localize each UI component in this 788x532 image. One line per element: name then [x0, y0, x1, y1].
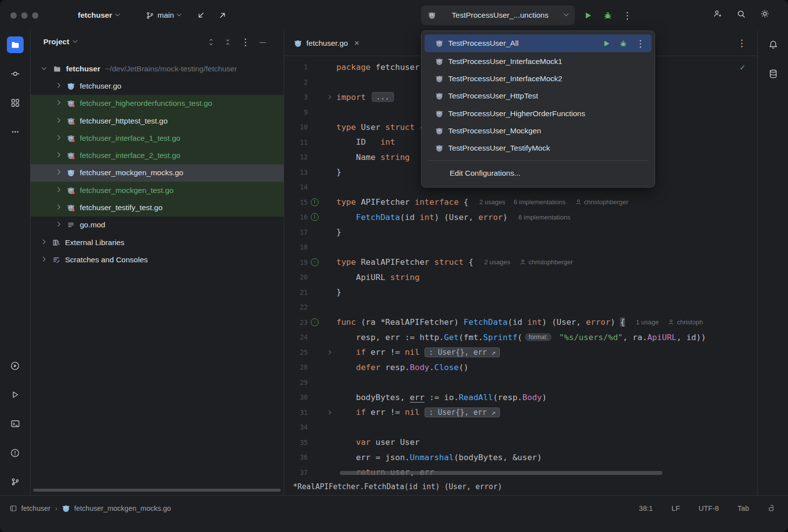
code-line[interactable]: 24 resp, err := http.Get(fmt.Sprintf(for… [284, 330, 757, 345]
tree-item-file[interactable]: fetchuser_higherorderfunctions_test.go [31, 95, 284, 112]
code-vision-hint[interactable]: 1 usage [636, 318, 658, 326]
collapse-all-button[interactable] [224, 38, 231, 46]
run-config-selector[interactable]: TestProcessUser_...unctions [421, 5, 575, 25]
debug-button[interactable] [599, 7, 616, 24]
run-config-item[interactable]: TestProcessUser_HttpTest [422, 88, 655, 105]
code-line[interactable]: 29 [284, 375, 757, 390]
close-window-button[interactable] [10, 12, 17, 19]
code-line[interactable]: 28 defer resp.Body.Close() [284, 360, 757, 375]
chevron-right-icon[interactable] [55, 170, 60, 175]
minimize-window-button[interactable] [21, 12, 28, 19]
code-vision-hint[interactable]: 6 implementations [514, 198, 566, 206]
vcs-branch-widget[interactable]: main [142, 8, 185, 23]
code-with-me-button[interactable] [709, 5, 726, 22]
project-widget[interactable]: fetchuser [74, 8, 123, 23]
expand-all-button[interactable] [207, 38, 215, 46]
chevron-right-icon[interactable] [55, 153, 60, 157]
readonly-lock-widget[interactable] [768, 504, 775, 512]
search-everywhere-button[interactable] [733, 5, 750, 22]
run-config-item[interactable]: TestProcessUser_TestifyMock [422, 139, 655, 156]
settings-button[interactable] [756, 5, 773, 22]
code-vision-hint[interactable]: 2 usages [479, 198, 505, 206]
tree-item-file[interactable]: fetchuser_httptest_test.go [31, 112, 284, 129]
commit-tool-button[interactable] [7, 65, 24, 82]
edit-configurations-item[interactable]: Edit Configurations... [422, 164, 655, 182]
caret-position-widget[interactable]: 38:1 [639, 504, 653, 512]
code-author-hint[interactable]: christophberger [575, 198, 628, 206]
kebab-icon[interactable]: ⋮ [636, 39, 645, 48]
breadcrumb-file[interactable]: fetchuser_mockgen_mocks.go [74, 504, 171, 512]
chevron-right-icon[interactable] [55, 222, 60, 227]
structure-tool-button[interactable] [7, 94, 24, 111]
code-line[interactable]: 16I FetchData(id int) (User, error)6 imp… [284, 210, 757, 225]
database-tool-button[interactable] [765, 65, 782, 82]
code-author-hint[interactable]: christophberger [520, 258, 573, 266]
fold-chevron-icon[interactable] [327, 350, 331, 354]
code-vision-hint[interactable]: 2 usages [484, 258, 510, 266]
run-config-item[interactable]: TestProcessUser_InterfaceMock2 [422, 70, 655, 87]
chevron-right-icon[interactable] [40, 239, 45, 244]
chevron-right-icon[interactable] [55, 187, 60, 192]
notifications-button[interactable] [765, 36, 782, 53]
tree-item-file[interactable]: fetchuser_mockgen_mocks.go [31, 164, 284, 182]
editor-tab-fetchuser-go[interactable]: fetchuser.go × [288, 31, 365, 56]
run-tool-button[interactable] [7, 386, 24, 403]
breadcrumb-project[interactable]: fetchuser [21, 504, 51, 512]
code-line[interactable]: 20 ApiURL string [284, 270, 757, 285]
line-separator-widget[interactable]: LF [672, 504, 680, 512]
chevron-right-icon[interactable] [55, 83, 60, 88]
folded-return-badge[interactable]: : User{}, err ↗ [425, 347, 500, 357]
code-line[interactable]: 34 [284, 420, 757, 435]
services-tool-button[interactable] [7, 357, 24, 374]
vcs-update-button[interactable] [193, 7, 209, 24]
close-tab-icon[interactable]: × [354, 38, 359, 48]
code-line[interactable]: 31 if err != nil : User{}, err ↗ [284, 405, 757, 420]
tree-item-root[interactable]: fetchuser~/dev/JetBrains/mock-testing/fe… [31, 60, 284, 77]
chevron-down-icon[interactable] [41, 65, 46, 70]
code-line[interactable]: 30 bodyBytes, err := io.ReadAll(resp.Bod… [284, 390, 757, 405]
implements-gutter-icon[interactable]: ↑ [311, 318, 319, 326]
chevron-down-icon[interactable] [72, 38, 77, 43]
chevron-right-icon[interactable] [55, 118, 60, 123]
problems-tool-button[interactable] [7, 444, 24, 461]
editor-hscrollbar[interactable] [340, 471, 662, 475]
zoom-window-button[interactable] [32, 12, 38, 19]
code-line[interactable]: 15Itype APIFetcher interface {2 usages6 … [284, 195, 757, 210]
tree-item-file[interactable]: go.mod [31, 217, 284, 234]
tree-item-node[interactable]: Scratches and Consoles [31, 251, 284, 268]
tree-item-file[interactable]: fetchuser_mockgen_test.go [31, 182, 284, 199]
tree-item-file[interactable]: fetchuser_testify_test.go [31, 199, 284, 216]
bug-icon[interactable] [619, 39, 627, 48]
tree-item-file[interactable]: fetchuser.go [31, 77, 284, 94]
vcs-push-button[interactable] [214, 7, 231, 24]
indent-widget[interactable]: Tab [738, 504, 749, 512]
hide-panel-button[interactable]: — [260, 38, 266, 46]
tree-item-file[interactable]: fetchuser_interface_2_test.go [31, 147, 284, 164]
tree-item-file[interactable]: fetchuser_interface_1_test.go [31, 129, 284, 147]
terminal-tool-button[interactable] [7, 415, 24, 432]
encoding-widget[interactable]: UTF-8 [699, 504, 719, 512]
code-line[interactable]: 19↑type RealAPIFetcher struct {2 usagesc… [284, 255, 757, 270]
play-icon[interactable] [602, 39, 611, 48]
chevron-right-icon[interactable] [55, 100, 60, 105]
editor-options-button[interactable]: ⋮ [737, 38, 747, 48]
version-control-tool-button[interactable] [7, 473, 24, 490]
code-line[interactable]: 21} [284, 285, 757, 300]
code-line[interactable]: 22 [284, 300, 757, 315]
window-controls[interactable] [10, 12, 38, 19]
more-run-actions-button[interactable]: ⋮ [619, 7, 636, 24]
run-config-item[interactable]: TestProcessUser_InterfaceMock1 [422, 53, 655, 70]
code-line[interactable]: 36 err = json.Unmarshal(bodyBytes, &user… [284, 450, 757, 465]
chevron-right-icon[interactable] [55, 135, 60, 140]
run-config-item[interactable]: TestProcessUser_HigherOrderFunctions [422, 105, 655, 122]
code-author-hint[interactable]: christoph [668, 318, 703, 326]
folded-import-badge[interactable]: ... [372, 92, 394, 102]
run-config-item[interactable]: TestProcessUser_Mockgen [422, 122, 655, 139]
code-line[interactable]: 25 if err != nil : User{}, err ↗ [284, 345, 757, 360]
code-vision-hint[interactable]: 6 implementations [519, 214, 571, 221]
chevron-right-icon[interactable] [55, 205, 60, 210]
panel-options-button[interactable]: ⋮ [241, 37, 250, 47]
code-line[interactable]: 18 [284, 240, 757, 255]
fold-chevron-icon[interactable] [327, 410, 331, 414]
chevron-right-icon[interactable] [40, 256, 45, 261]
